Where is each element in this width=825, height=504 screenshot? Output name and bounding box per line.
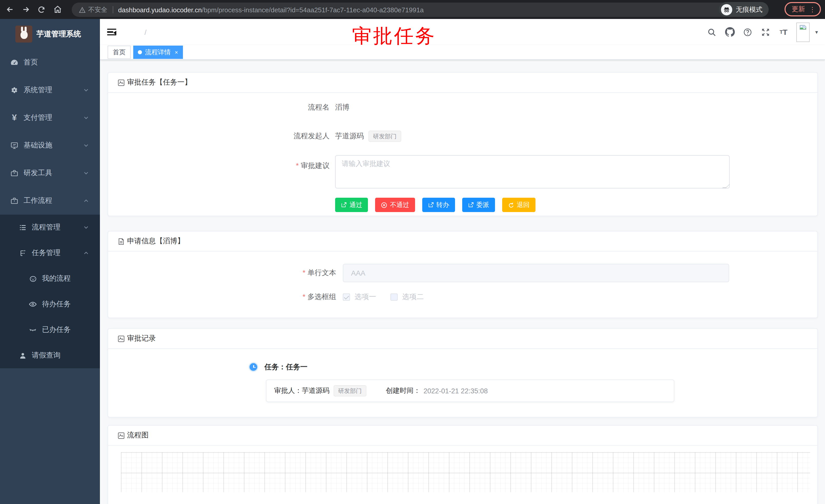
sidebar-item-infra[interactable]: 基础设施 [0, 132, 100, 159]
sidebar-item-label: 支付管理 [23, 113, 52, 122]
card-header: 流程图 [108, 426, 817, 446]
warning-icon [79, 6, 86, 13]
app-title: 芋道管理系统 [36, 29, 81, 39]
approve-button[interactable]: 通过 [335, 198, 368, 212]
url-path: /bpm/process-instance/detail?id=54aa251f… [202, 6, 424, 14]
text-input-disabled: AAA [343, 264, 729, 282]
sidebar-item-label: 研发工具 [23, 169, 52, 178]
approval-task-card: 审批任务【任务一】 流程名 滔博 流程发起人 芋道源码 研发部门 [107, 72, 818, 216]
checkbox-group-row: 多选框组 选项一 选项二 [108, 292, 817, 302]
approval-record-card: 审批记录 任务：任务一 审批人： 芋道源码 研发部门 创建时间： [107, 328, 818, 417]
created-time: 2022-01-21 22:35:08 [424, 387, 488, 395]
tab-label: 流程详情 [145, 48, 171, 57]
card-header: 申请信息【滔博】 [108, 232, 817, 251]
toolbox-icon [10, 169, 18, 177]
bpmn-canvas[interactable] [121, 452, 810, 492]
sidebar-item-todo-tasks[interactable]: 待办任务 [0, 291, 100, 317]
clock-icon [248, 362, 258, 372]
fullscreen-icon[interactable] [760, 27, 771, 37]
chevron-down-icon [83, 114, 89, 122]
card-header: 审批任务【任务一】 [108, 73, 817, 93]
created-label: 创建时间： [386, 386, 421, 396]
user-icon [18, 351, 27, 359]
update-label: 更新 [792, 5, 805, 14]
sidebar-item-label: 我的流程 [42, 274, 71, 283]
font-size-icon[interactable]: TT [778, 27, 789, 37]
workflow-submenu: 流程管理 任务管理 我的流程 [0, 215, 100, 368]
timeline: 任务：任务一 审批人： 芋道源码 研发部门 创建时间： 2022-01-21 2… [108, 349, 817, 402]
sidebar-item-devtools[interactable]: 研发工具 [0, 159, 100, 187]
circle-close-icon [381, 201, 387, 208]
broken-image-icon [798, 24, 808, 33]
assignee-value: 芋道源码 [302, 386, 329, 396]
sidebar-item-home[interactable]: 首页 [0, 49, 100, 76]
sidebar-item-label: 基础设施 [23, 141, 52, 150]
active-dot [138, 50, 142, 54]
incognito-icon [721, 4, 732, 15]
sidebar-item-done-tasks[interactable]: 已办任务 [0, 317, 100, 343]
sidebar-item-label: 系统管理 [23, 86, 52, 95]
close-tab-icon[interactable]: × [175, 49, 178, 55]
tab-home[interactable]: 首页 [107, 46, 131, 59]
monitor-icon [10, 141, 18, 150]
home-icon[interactable] [51, 3, 64, 16]
field-label: 多选框组 [108, 292, 336, 302]
chevron-down-icon [83, 141, 89, 150]
sidebar-item-label: 流程管理 [32, 223, 61, 232]
incognito-label: 无痕模式 [736, 5, 762, 14]
logo[interactable]: 芋道管理系统 [0, 19, 100, 49]
process-name-row: 流程名 滔博 [108, 103, 817, 112]
field-label: 流程发起人 [108, 132, 329, 141]
avatar[interactable] [796, 22, 810, 42]
security-chip[interactable]: 不安全 [79, 5, 107, 14]
reload-icon[interactable] [35, 3, 48, 16]
chevron-down-icon [83, 86, 89, 94]
sidebar-item-label: 首页 [23, 58, 38, 67]
sidebar-item-my-process[interactable]: 我的流程 [0, 266, 100, 291]
undo-icon [508, 201, 514, 208]
comment-textarea[interactable] [335, 155, 730, 188]
document-icon [117, 237, 125, 245]
update-button[interactable]: 更新 ⋮ [784, 2, 821, 16]
eye-closed-icon [29, 326, 37, 334]
edit-icon [341, 202, 347, 208]
sidebar-item-task-mgmt[interactable]: 任务管理 [0, 240, 100, 266]
dept-tag: 研发部门 [368, 131, 401, 142]
search-icon[interactable] [706, 27, 717, 37]
forward-icon[interactable] [19, 3, 32, 16]
sidebar-item-pay[interactable]: ¥ 支付管理 [0, 104, 100, 132]
flow-diagram-card: 流程图 [107, 425, 818, 504]
checkbox-checked-icon [343, 293, 350, 301]
caret-down-icon[interactable]: ▼ [814, 29, 819, 34]
sidebar-item-label: 工作流程 [23, 196, 52, 205]
top-navbar: 首页 / 流程详情 审批任务 [100, 19, 825, 45]
collapse-sidebar-icon[interactable] [107, 28, 116, 35]
chevron-down-icon [83, 169, 89, 177]
return-button[interactable]: 退回 [502, 198, 535, 212]
gear-icon [10, 86, 18, 94]
task-line: 任务：任务一 [265, 362, 307, 371]
apply-info-card: 申请信息【滔博】 单行文本 AAA 多选框组 选项一 [107, 231, 818, 318]
picture-icon [117, 431, 125, 439]
sidebar-item-label: 待办任务 [42, 300, 71, 309]
tags-view-bar: 首页 流程详情 × [100, 45, 825, 60]
checkbox-group: 选项一 选项二 [343, 292, 424, 302]
sidebar-item-process-mgmt[interactable]: 流程管理 [0, 215, 100, 240]
sidebar-item-workflow[interactable]: 工作流程 [0, 187, 100, 215]
browser-menu-icon[interactable]: ⋮ [809, 5, 816, 13]
transfer-button[interactable]: 转办 [422, 198, 455, 212]
back-icon[interactable] [4, 3, 16, 16]
reject-button[interactable]: 不通过 [375, 198, 415, 212]
github-icon[interactable] [725, 27, 735, 37]
card-title: 申请信息【滔博】 [127, 237, 184, 246]
dashboard-icon [10, 58, 18, 67]
assignee-label: 审批人： [274, 386, 302, 396]
sidebar-item-label: 任务管理 [32, 248, 61, 258]
help-icon[interactable] [743, 27, 753, 37]
edit-icon [428, 202, 434, 208]
delegate-button[interactable]: 委派 [462, 198, 495, 212]
sidebar-item-leave-query[interactable]: 请假查询 [0, 343, 100, 368]
field-label: 单行文本 [108, 268, 336, 278]
tab-process-detail[interactable]: 流程详情 × [133, 46, 183, 59]
sidebar-item-system[interactable]: 系统管理 [0, 76, 100, 104]
